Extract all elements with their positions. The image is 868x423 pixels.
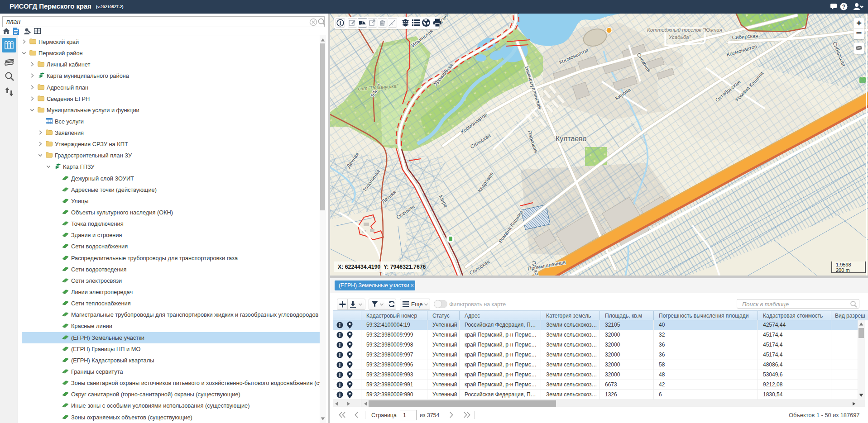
- svg-text:Култаево: Култаево: [556, 135, 587, 143]
- svg-text:Усадьба": Усадьба": [668, 34, 691, 40]
- svg-text:?: ?: [842, 4, 845, 10]
- svg-text:Коттеджный поселок "Южная: Коттеджный поселок "Южная: [647, 27, 722, 33]
